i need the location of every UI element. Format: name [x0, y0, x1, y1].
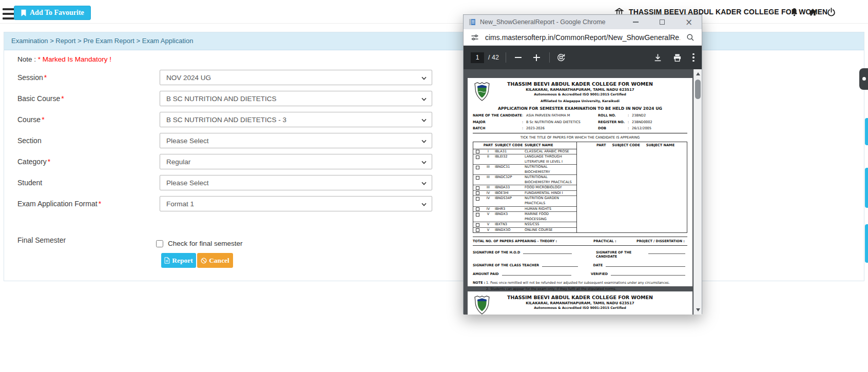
- power-logout-icon[interactable]: [826, 0, 836, 24]
- college-crest-logo: [473, 82, 491, 102]
- chevron-down-icon: [421, 138, 426, 143]
- subject-row: III IBNDC32P NUTRITIONAL BIOCHEMISTRY PR…: [473, 175, 576, 185]
- basic-course-select[interactable]: B SC NUTRITION AND DIETETICS: [160, 91, 432, 106]
- subject-checkbox: [476, 150, 479, 153]
- cancel-button[interactable]: Cancel: [197, 253, 233, 268]
- subject-checkbox: [476, 166, 479, 169]
- course-select[interactable]: B SC NUTRITION AND DIETETICS - 3: [160, 112, 432, 127]
- pdf-page-1: THASSIM BEEVI ABDUL KADER COLLEGE FOR WO…: [468, 78, 692, 286]
- section-label: Section: [17, 136, 42, 145]
- session-label: Session*: [17, 73, 47, 82]
- rotate-icon[interactable]: [556, 53, 566, 62]
- kebab-menu-icon[interactable]: [692, 53, 695, 62]
- pdf-note-line1: NOTE : 1. Fees once remitted will not be…: [473, 281, 687, 285]
- subject-row: V IBNDX3O ONLINE COURSE: [473, 228, 576, 233]
- subject-checkbox: [476, 207, 479, 211]
- pdf-scrollbar[interactable]: [693, 69, 702, 315]
- pdf-college-name: THASSIM BEEVI ABDUL KADER COLLEGE FOR WO…: [473, 295, 687, 300]
- report-file-icon: [164, 257, 170, 264]
- pdf-page-number-input[interactable]: 1: [471, 52, 484, 63]
- minimize-button[interactable]: [628, 16, 643, 28]
- subject-row: IV IBHR3 HUMAN RIGHTS: [473, 207, 576, 212]
- subject-checkbox: [476, 155, 479, 159]
- pdf-application-title: APPLICATION FOR SEMESTER EXAMINATION TO …: [473, 106, 687, 111]
- exam-application-format-select[interactable]: Format 1: [160, 196, 432, 211]
- pdf-affiliation: Affiliated to Alagappa University, Karai…: [473, 99, 687, 103]
- pdf-college-name: THASSIM BEEVI ABDUL KADER COLLEGE FOR WO…: [473, 81, 687, 87]
- session-select[interactable]: NOV 2024 UG: [160, 70, 432, 85]
- home-icon[interactable]: [808, 0, 818, 24]
- pdf-note-line2: 2. Students can appear for the exam only…: [486, 287, 687, 291]
- subject-checkbox: [476, 213, 479, 217]
- floating-quick-tab[interactable]: [865, 118, 868, 145]
- tune-icon[interactable]: [471, 33, 479, 42]
- chevron-down-icon: [421, 201, 426, 206]
- scroll-down-icon: [696, 308, 700, 311]
- subject-checkbox: [476, 191, 479, 195]
- student-select[interactable]: Please Select: [160, 175, 432, 190]
- pdf-accreditation: Autonomous & Accredited ISO 9001:2015 Ce…: [473, 92, 687, 96]
- add-to-favourite-label: Add To Favourite: [30, 9, 84, 17]
- chevron-down-icon: [421, 75, 426, 80]
- subject-row: III IBNDA33 FOOD MICROBIOLOGY: [473, 185, 576, 191]
- pdf-toolbar: 1 / 42: [464, 46, 702, 69]
- tick-instruction: TICK THE TITLE OF PAPERS FOR WHICH THE C…: [473, 135, 687, 140]
- maximize-button[interactable]: [654, 16, 670, 28]
- scroll-up-icon: [696, 72, 700, 75]
- exam-application-panel: Examination > Report > Pre Exam Report >…: [4, 32, 864, 281]
- chevron-down-icon: [421, 159, 426, 164]
- add-to-favourite-button[interactable]: Add To Favourite: [14, 6, 91, 20]
- notifications-bell-icon[interactable]: [789, 0, 799, 24]
- ban-icon: [201, 258, 207, 264]
- zoom-in-icon[interactable]: [531, 52, 543, 63]
- exam-application-format-label: Exam Application Format*: [17, 200, 101, 208]
- pdf-page-2: THASSIM BEEVI ABDUL KADER COLLEGE FOR WO…: [468, 291, 692, 315]
- pdf-accreditation: Autonomous & Accredited ISO 9001:2015 Ce…: [473, 306, 687, 309]
- breadcrumb: Examination > Report > Pre Exam Report >…: [4, 32, 864, 50]
- subject-row: V IBXTN3 NSS/CSS: [473, 222, 576, 228]
- signature-row: SIGNATURE OF THE CLASS TEACHER DATE: [473, 263, 687, 267]
- widget-dot-icon: [862, 77, 866, 81]
- page-document-icon: [469, 18, 476, 26]
- pdf-college-address: KILAKARAI, RAMANATHAPURAM, TAMIL NADU 62…: [473, 301, 687, 305]
- pdf-viewer: THASSIM BEEVI ABDUL KADER COLLEGE FOR WO…: [464, 69, 702, 315]
- subject-row: IV IBNDS34P NUTRITION GARDEN PRACTICALS: [473, 196, 576, 206]
- popup-address-bar[interactable]: cims.mastersofterp.in/CommonReport/New_S…: [464, 29, 702, 46]
- popup-url: cims.mastersofterp.in/CommonReport/New_S…: [485, 33, 680, 42]
- college-crest-logo: [473, 295, 491, 315]
- floating-side-widget[interactable]: [859, 68, 868, 90]
- floating-quick-tab[interactable]: [865, 224, 868, 263]
- subjects-rows: I IBLA31 CLASSICAL ARABIC PROSE II IBLEI…: [473, 149, 576, 233]
- popup-window-title: New_ShowGeneralReport - Google Chrome: [480, 18, 624, 26]
- chevron-down-icon: [421, 180, 426, 185]
- subject-row: II IBLEI32 LANGUAGE THROUGH LITERATURE I…: [473, 154, 576, 165]
- subject-row: I IBLA31 CLASSICAL ARABIC PROSE: [473, 149, 576, 155]
- subject-checkbox: [476, 223, 479, 227]
- close-button[interactable]: ×: [681, 16, 697, 28]
- subject-checkbox: [476, 176, 479, 180]
- popup-title-bar[interactable]: New_ShowGeneralReport - Google Chrome ×: [464, 15, 702, 29]
- subject-row: V IBNDX3 MARINE FOOD PROCESSING: [473, 212, 576, 222]
- print-icon[interactable]: [673, 53, 682, 62]
- final-semester-label: Final Semester: [17, 236, 66, 244]
- final-semester-checkbox[interactable]: [156, 240, 163, 247]
- zoom-out-icon[interactable]: [513, 52, 524, 63]
- subject-row: IV IBOE3HI FUNDAMENTAL HINDI I: [473, 191, 576, 197]
- top-navbar: Add To Favourite THASSIM BEEVI ABDUL KAD…: [0, 0, 868, 24]
- signature-row: AMOUNT PAID VERIFIED: [473, 272, 687, 276]
- subject-row: III IBNDC31 NUTRITIONAL BIOCHEMISTRY: [473, 165, 576, 175]
- subjects-table: PART SUBJECT CODE SUBJECT NAME I IBLA31 …: [473, 142, 687, 233]
- report-button-label: Report: [172, 257, 193, 265]
- report-button[interactable]: Report: [161, 253, 196, 268]
- section-select[interactable]: Please Select: [160, 133, 432, 148]
- category-select[interactable]: Regular: [160, 154, 432, 169]
- signature-row: SIGNATURE OF THE H.O.D SIGNATURE OF THE …: [473, 250, 687, 259]
- report-popup-window: New_ShowGeneralReport - Google Chrome × …: [463, 14, 702, 314]
- floating-quick-tab[interactable]: [865, 168, 868, 208]
- download-icon[interactable]: [653, 53, 662, 62]
- scrollbar-thumb: [695, 80, 701, 99]
- cancel-button-label: Cancel: [209, 257, 229, 265]
- student-label: Student: [17, 179, 42, 187]
- category-label: Category*: [17, 158, 50, 166]
- search-icon[interactable]: [686, 33, 695, 42]
